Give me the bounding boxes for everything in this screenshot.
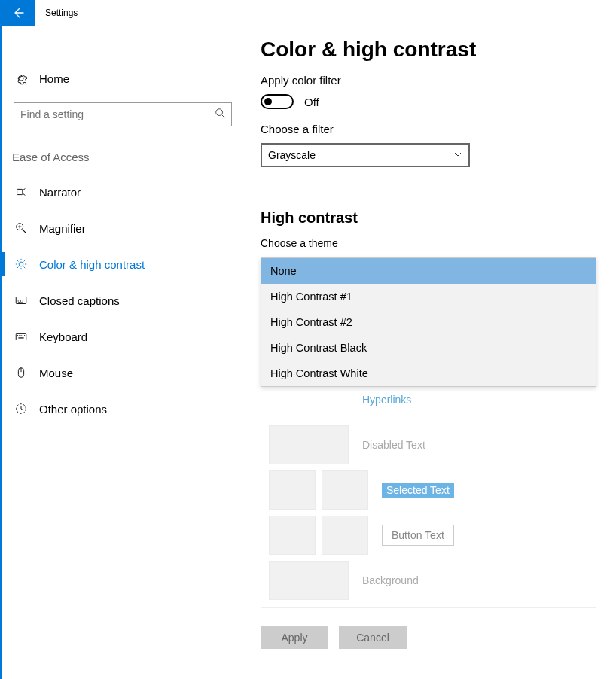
sidebar-item-label: Color & high contrast: [39, 258, 145, 271]
keyboard-icon: [14, 329, 29, 344]
sidebar-item-magnifier[interactable]: Magnifier: [14, 210, 239, 246]
svg-line-17: [24, 260, 26, 262]
svg-line-4: [23, 193, 26, 196]
brightness-icon: [14, 257, 29, 272]
high-contrast-heading: High contrast: [261, 209, 616, 227]
toggle-state-label: Off: [304, 96, 319, 108]
other-options-icon: [14, 401, 29, 416]
svg-rect-26: [18, 337, 23, 338]
preview-hyperlinks-label: Hyperlinks: [362, 394, 411, 406]
page-title: Color & high contrast: [261, 38, 616, 62]
cc-icon: cc: [14, 293, 29, 308]
svg-point-0: [216, 109, 223, 116]
search-input[interactable]: [20, 108, 215, 120]
color-filter-toggle[interactable]: [261, 94, 294, 109]
app-title: Settings: [45, 8, 78, 18]
sidebar-item-color-high-contrast[interactable]: Color & high contrast: [14, 246, 239, 282]
gear-icon: [14, 71, 29, 86]
preview-button-text-label: Button Text: [382, 525, 454, 546]
svg-line-14: [17, 260, 19, 262]
svg-point-9: [19, 262, 23, 266]
category-header: Ease of Access: [12, 151, 239, 163]
preview-swatch: [269, 470, 316, 510]
search-box[interactable]: [14, 102, 232, 126]
apply-button[interactable]: Apply: [261, 626, 328, 649]
sidebar-item-label: Narrator: [39, 186, 81, 199]
preview-swatch: [269, 516, 316, 555]
magnifier-icon: [14, 221, 29, 236]
mouse-icon: [14, 365, 29, 380]
theme-option-none[interactable]: None: [261, 258, 596, 284]
sidebar-item-keyboard[interactable]: Keyboard: [14, 318, 239, 355]
back-button[interactable]: [2, 0, 35, 26]
sidebar-item-label: Keyboard: [39, 330, 87, 343]
sidebar-item-narrator[interactable]: Narrator: [14, 174, 239, 210]
filter-select[interactable]: Grayscale: [261, 143, 470, 167]
theme-option-hc-black[interactable]: High Contrast Black: [261, 335, 596, 361]
svg-line-16: [17, 267, 19, 269]
preview-swatch: [269, 561, 349, 600]
svg-line-15: [24, 267, 26, 269]
apply-filter-label: Apply color filter: [261, 74, 616, 87]
sidebar-item-label: Mouse: [39, 367, 73, 379]
choose-filter-label: Choose a filter: [261, 123, 616, 135]
narrator-icon: [14, 184, 29, 199]
choose-theme-label: Choose a theme: [261, 237, 616, 249]
svg-rect-2: [17, 189, 23, 194]
home-label: Home: [39, 72, 69, 85]
theme-option-hc-white[interactable]: High Contrast White: [261, 361, 596, 386]
svg-rect-24: [23, 335, 23, 336]
theme-preview-panel: Hyperlinks Disabled Text Selected Text B…: [261, 385, 596, 608]
chevron-down-icon: [453, 149, 462, 161]
sidebar-item-label: Other options: [39, 403, 107, 416]
preview-background-label: Background: [362, 574, 419, 586]
filter-select-value: Grayscale: [268, 149, 316, 161]
svg-rect-20: [16, 333, 26, 340]
svg-rect-22: [19, 335, 20, 336]
svg-rect-23: [21, 335, 22, 336]
theme-dropdown[interactable]: None High Contrast #1 High Contrast #2 H…: [261, 257, 596, 387]
titlebar: Settings: [2, 0, 78, 26]
preview-swatch: [322, 516, 368, 555]
accent-edge: [0, 0, 2, 679]
search-icon: [215, 108, 225, 121]
preview-selected-text-label: Selected Text: [382, 483, 454, 498]
sidebar-item-label: Closed captions: [39, 294, 120, 307]
sidebar-item-mouse[interactable]: Mouse: [14, 355, 239, 391]
sidebar-item-other-options[interactable]: Other options: [14, 391, 239, 427]
preview-swatch: [269, 425, 349, 464]
svg-line-1: [222, 115, 225, 118]
svg-rect-21: [17, 335, 18, 336]
sidebar-item-closed-captions[interactable]: cc Closed captions: [14, 282, 239, 318]
svg-rect-25: [24, 335, 25, 336]
sidebar-item-label: Magnifier: [39, 222, 86, 235]
theme-option-hc1[interactable]: High Contrast #1: [261, 284, 596, 309]
home-nav[interactable]: Home: [14, 62, 239, 95]
svg-line-31: [21, 409, 23, 410]
theme-option-hc2[interactable]: High Contrast #2: [261, 309, 596, 335]
svg-line-3: [23, 189, 26, 191]
svg-line-6: [23, 230, 26, 233]
preview-swatch: [322, 470, 368, 510]
preview-disabled-text-label: Disabled Text: [362, 439, 425, 451]
back-arrow-icon: [12, 7, 24, 19]
cancel-button[interactable]: Cancel: [339, 626, 407, 649]
svg-text:cc: cc: [18, 298, 23, 303]
